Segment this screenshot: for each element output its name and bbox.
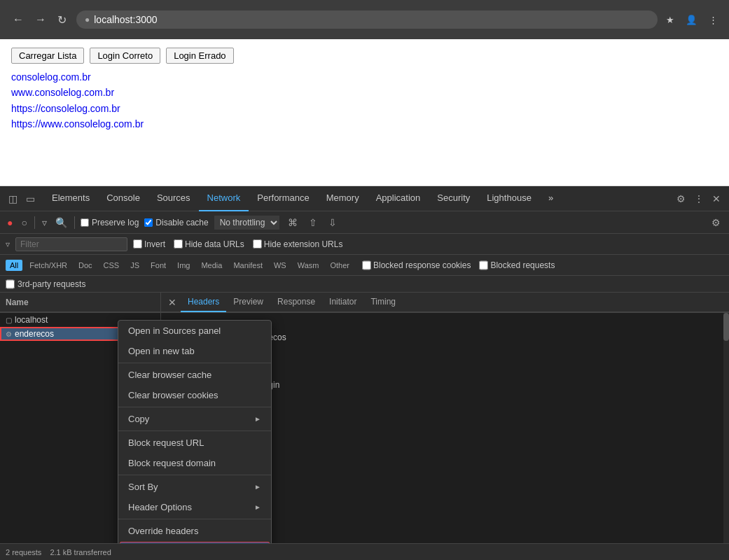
htab-timing[interactable]: Timing [363,293,403,312]
ctx-override-headers[interactable]: Override headers [118,521,271,541]
htab-preview[interactable]: Preview [226,293,270,312]
tab-application[interactable]: Application [368,186,429,211]
third-party-checkbox[interactable] [6,279,15,289]
tab-performance[interactable]: Performance [249,186,317,211]
name-col-label: Name [6,298,29,307]
third-party-label[interactable]: 3rd-party requests [6,279,85,289]
htab-response[interactable]: Response [270,293,322,312]
clear-button[interactable]: ○ [20,216,28,230]
download-icon[interactable]: ⇩ [326,216,340,230]
filter-input[interactable] [15,237,127,251]
search-button[interactable]: 🔍 [54,216,69,230]
hide-ext-urls-label[interactable]: Hide extension URLs [253,239,343,249]
htab-headers[interactable]: Headers [181,293,226,312]
ctx-sort-by[interactable]: Sort By ► [118,477,271,497]
ctx-override-content[interactable]: Override content [120,542,270,543]
ftype-css[interactable]: CSS [99,260,124,271]
refresh-button[interactable]: ↻ [53,10,71,29]
ftype-media[interactable]: Media [197,260,226,271]
wifi-icon[interactable]: ⌘ [285,216,300,230]
blocked-requests-checkbox[interactable] [479,260,488,270]
carregar-lista-button[interactable]: Carregar Lista [11,48,84,64]
ctx-sort-by-label: Sort By [128,482,158,492]
link-4[interactable]: https://www.consolelog.com.br [11,116,718,132]
blocked-requests-label[interactable]: Blocked requests [479,260,555,270]
devtools-settings-icon[interactable]: ⚙ [674,192,688,206]
blocked-response-checkbox[interactable] [362,260,371,270]
ctx-header-options-label: Header Options [128,502,192,512]
blocked-response-label[interactable]: Blocked response cookies [362,260,471,270]
devtools-kebab-icon[interactable]: ⋮ [691,192,707,206]
separator-1 [34,216,35,229]
network-settings-icon[interactable]: ⚙ [709,216,723,230]
ftype-ws[interactable]: WS [270,260,291,271]
ctx-sep-2 [118,407,271,407]
tab-memory[interactable]: Memory [318,186,368,211]
network-panel-header: Name ✕ Headers Preview Response Initiato… [0,293,729,313]
headers-tabs: ✕ Headers Preview Response Initiator Tim… [161,293,729,312]
forward-button[interactable]: → [31,10,50,29]
ctx-clear-cache[interactable]: Clear browser cache [118,365,271,385]
ftype-js[interactable]: JS [126,260,144,271]
tab-network[interactable]: Network [199,186,249,211]
ftype-font[interactable]: Font [146,260,170,271]
invert-checkbox[interactable] [133,239,142,248]
controls-bar: ● ○ ▿ 🔍 Preserve log Disable cache No th… [0,211,729,234]
address-bar[interactable]: ● localhost:3000 [76,10,658,29]
upload-icon[interactable]: ⇧ [306,216,320,230]
tab-elements[interactable]: Elements [43,186,98,211]
link-1[interactable]: consolelog.com.br [11,69,718,85]
disable-cache-label[interactable]: Disable cache [144,218,208,227]
record-stop-button[interactable]: ● [6,216,14,230]
ctx-header-options[interactable]: Header Options ► [118,497,271,517]
hide-ext-urls-checkbox[interactable] [253,239,262,248]
hide-data-urls-label[interactable]: Hide data URLs [174,239,244,249]
link-3[interactable]: https://consolelog.com.br [11,101,718,116]
link-2[interactable]: www.consolelog.com.br [11,85,718,100]
devtools-close-icon[interactable]: ✕ [709,192,723,206]
hide-data-urls-checkbox[interactable] [174,239,183,248]
profile-button[interactable]: 👤 [683,12,700,28]
ftype-fetch-xhr[interactable]: Fetch/XHR [25,260,71,271]
ctx-copy[interactable]: Copy ► [118,409,271,429]
bookmark-button[interactable]: ★ [663,12,677,28]
ftype-img[interactable]: Img [173,260,194,271]
file-item-localhost-label: localhost [15,315,48,325]
ctx-block-url[interactable]: Block request URL [118,433,271,453]
tab-security[interactable]: Security [429,186,478,211]
tab-sources[interactable]: Sources [148,186,199,211]
device-icon[interactable]: ▭ [23,192,38,206]
back-button[interactable]: ← [8,10,28,29]
login-correto-button[interactable]: Login Correto [90,48,160,64]
tab-console[interactable]: Console [98,186,148,211]
requests-count: 2 requests [6,548,41,556]
ftype-other[interactable]: Other [326,260,354,271]
filter-checkboxes: Invert Hide data URLs Hide extension URL… [133,239,342,249]
ctx-open-sources[interactable]: Open in Sources panel [118,321,271,341]
ftype-manifest[interactable]: Manifest [229,260,267,271]
ftype-all[interactable]: All [6,260,22,271]
ctx-open-tab[interactable]: Open in new tab [118,341,271,361]
close-headers-button[interactable]: ✕ [164,295,181,309]
ctx-open-sources-label: Open in Sources panel [128,326,221,336]
filter-icon[interactable]: ▿ [41,216,48,230]
ctx-clear-cookies[interactable]: Clear browser cookies [118,385,271,405]
ctx-block-domain[interactable]: Block request domain [118,453,271,473]
url-display: localhost:3000 [94,14,157,25]
throttle-select[interactable]: No throttling [214,216,279,230]
ftype-wasm[interactable]: Wasm [293,260,324,271]
login-errado-button[interactable]: Login Errado [166,48,233,64]
ctx-block-domain-label: Block request domain [128,458,216,468]
scroll-thumb[interactable] [723,313,729,341]
filter-icon-label: ▿ [6,239,10,249]
tab-more[interactable]: » [540,186,562,211]
preserve-log-checkbox[interactable] [81,218,89,227]
disable-cache-checkbox[interactable] [144,218,153,227]
inspect-icon[interactable]: ◫ [6,192,20,206]
invert-label[interactable]: Invert [133,239,165,249]
tab-lighthouse[interactable]: Lighthouse [478,186,540,211]
preserve-log-label[interactable]: Preserve log [81,218,139,227]
htab-initiator[interactable]: Initiator [322,293,363,312]
ftype-doc[interactable]: Doc [74,260,97,271]
menu-button[interactable]: ⋮ [706,12,721,28]
